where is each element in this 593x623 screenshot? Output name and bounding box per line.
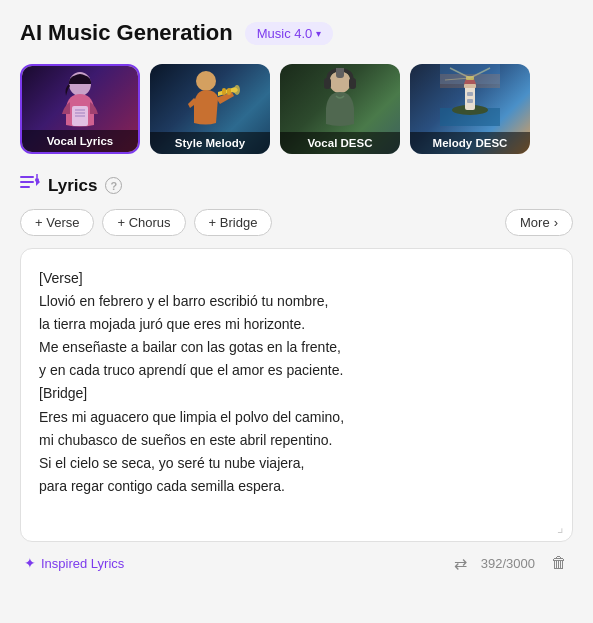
footer-right: ⇄ 392/3000 🗑 xyxy=(454,552,569,574)
mode-cards: Vocal Lyrics Style Melody xyxy=(20,64,573,154)
lyrics-textarea[interactable] xyxy=(39,267,554,497)
delete-lyrics-button[interactable]: 🗑 xyxy=(549,552,569,574)
sparkle-icon: ✦ xyxy=(24,555,36,571)
mode-card-label: Vocal DESC xyxy=(280,132,400,154)
header: AI Music Generation Music 4.0 ▾ xyxy=(20,20,573,46)
lyrics-icon xyxy=(20,174,40,197)
svg-rect-13 xyxy=(336,68,344,78)
svg-rect-29 xyxy=(20,186,30,188)
shuffle-icon[interactable]: ⇄ xyxy=(454,554,467,573)
inspired-label: Inspired Lyrics xyxy=(41,556,124,571)
svg-rect-28 xyxy=(20,181,34,183)
svg-rect-10 xyxy=(324,78,331,89)
mode-card-label: Vocal Lyrics xyxy=(22,130,138,152)
lyrics-header: Lyrics ? xyxy=(20,174,573,197)
mode-card-vocal-lyrics[interactable]: Vocal Lyrics xyxy=(20,64,140,154)
page-title: AI Music Generation xyxy=(20,20,233,46)
svg-rect-26 xyxy=(440,74,500,88)
more-label: More xyxy=(520,215,550,230)
lyrics-title: Lyrics xyxy=(48,176,97,196)
more-button[interactable]: More › xyxy=(505,209,573,236)
svg-rect-23 xyxy=(467,92,473,96)
textarea-footer: ✦ Inspired Lyrics ⇄ 392/3000 🗑 xyxy=(20,552,573,574)
svg-rect-24 xyxy=(467,99,473,103)
resize-handle-icon[interactable]: ⌟ xyxy=(557,519,564,535)
add-bridge-button[interactable]: + Bridge xyxy=(194,209,273,236)
more-chevron-icon: › xyxy=(554,215,558,230)
action-bar: + Verse + Chorus + Bridge More › xyxy=(20,209,573,236)
mode-card-label: Style Melody xyxy=(150,132,270,154)
char-count: 392/3000 xyxy=(481,556,535,571)
help-icon[interactable]: ? xyxy=(105,177,122,194)
version-label: Music 4.0 xyxy=(257,26,313,41)
svg-rect-8 xyxy=(227,88,231,95)
mode-card-melody-desc[interactable]: Melody DESC xyxy=(410,64,530,154)
add-verse-button[interactable]: + Verse xyxy=(20,209,94,236)
lyrics-section: Lyrics ? + Verse + Chorus + Bridge More … xyxy=(20,174,573,574)
chevron-down-icon: ▾ xyxy=(316,28,321,39)
svg-point-6 xyxy=(234,85,240,95)
svg-rect-7 xyxy=(222,88,226,95)
add-chorus-button[interactable]: + Chorus xyxy=(102,209,185,236)
svg-point-5 xyxy=(196,71,216,91)
mode-card-label: Melody DESC xyxy=(410,132,530,154)
inspired-lyrics-button[interactable]: ✦ Inspired Lyrics xyxy=(24,555,124,571)
svg-rect-11 xyxy=(349,78,356,89)
svg-point-30 xyxy=(35,178,39,182)
lyrics-textarea-wrapper: ⌟ xyxy=(20,248,573,542)
version-selector[interactable]: Music 4.0 ▾ xyxy=(245,22,334,45)
svg-rect-27 xyxy=(20,176,34,178)
mode-card-vocal-desc[interactable]: Vocal DESC xyxy=(280,64,400,154)
mode-card-style-melody[interactable]: Style Melody xyxy=(150,64,270,154)
